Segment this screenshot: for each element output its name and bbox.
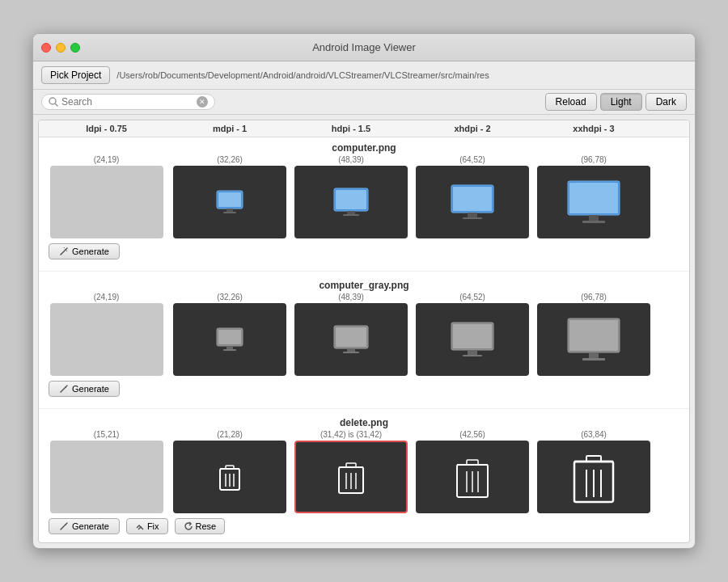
image-box-computer-xxhdpi[interactable] <box>537 166 650 238</box>
pick-project-button[interactable]: Pick Project <box>41 66 110 84</box>
image-box-computer-mdpi[interactable] <box>173 166 286 238</box>
window-title: Android Image Viewer <box>312 41 416 53</box>
image-box-cgray-hdpi[interactable] <box>294 303 408 376</box>
coords: (15,21) <box>94 430 120 439</box>
svg-rect-29 <box>343 352 359 353</box>
trash-icon <box>337 459 365 495</box>
generate-row-delete: Generate Fix Rese <box>44 515 684 541</box>
trash-icon <box>455 455 489 499</box>
col-header-mdpi: mdpi - 1 <box>169 124 290 133</box>
generate-button-cgray[interactable]: Generate <box>49 381 120 397</box>
coords: (48,39) <box>338 293 364 302</box>
svg-rect-9 <box>343 214 359 216</box>
search-icon <box>49 97 58 107</box>
svg-line-18 <box>61 250 66 255</box>
minimize-button[interactable] <box>56 43 66 53</box>
svg-rect-25 <box>223 349 236 351</box>
svg-line-39 <box>66 386 67 387</box>
monitor-icon <box>566 179 621 225</box>
coords: (64,52) <box>459 293 485 302</box>
coords: (32,26) <box>217 155 243 164</box>
svg-rect-28 <box>347 348 355 352</box>
coords: (24,19) <box>94 155 120 164</box>
image-box-cgray-mdpi[interactable] <box>173 303 286 376</box>
coords: (42,56) <box>459 430 485 439</box>
image-box-cgray-xhdpi[interactable] <box>416 303 529 376</box>
svg-line-20 <box>66 251 67 251</box>
image-box-delete-hdpi[interactable] <box>294 441 408 513</box>
image-box-delete-mdpi[interactable] <box>173 441 286 513</box>
svg-rect-37 <box>582 358 605 361</box>
dark-button[interactable]: Dark <box>645 93 687 111</box>
svg-rect-33 <box>463 355 482 356</box>
trash-icon <box>573 450 615 504</box>
svg-rect-11 <box>453 187 492 211</box>
svg-rect-32 <box>468 350 477 355</box>
svg-rect-42 <box>226 466 234 469</box>
image-box-cgray-xxhdpi[interactable] <box>537 303 650 376</box>
content-area: ldpi - 0.75 mdpi - 1 hdpi - 1.5 xhdpi - … <box>38 120 690 543</box>
generate-row-computer: Generate <box>44 240 684 266</box>
image-cell: (32,26) <box>169 155 290 238</box>
image-box-computer-ldpi[interactable] <box>50 166 163 238</box>
search-clear-button[interactable]: ✕ <box>197 96 208 108</box>
image-box-delete-xhdpi[interactable] <box>416 441 529 513</box>
svg-line-1 <box>55 103 57 106</box>
svg-rect-8 <box>347 211 355 214</box>
svg-rect-36 <box>589 352 599 358</box>
svg-rect-23 <box>218 330 241 344</box>
group-computer-gray: computer_gray.png (24,19) (32,26) <box>39 275 689 405</box>
svg-rect-5 <box>223 212 236 213</box>
search-toolbar: ✕ Reload Light Dark <box>33 90 695 115</box>
image-cell: (96,78) <box>533 293 654 376</box>
wand-icon <box>59 247 69 256</box>
image-box-delete-ldpi[interactable] <box>50 441 163 513</box>
image-box-delete-xxhdpi[interactable] <box>537 441 650 513</box>
image-box-computer-hdpi[interactable] <box>294 166 408 238</box>
svg-rect-15 <box>569 183 618 213</box>
image-cell: (64,52) <box>412 293 533 376</box>
image-box-computer-xhdpi[interactable] <box>416 166 529 238</box>
image-cell: (32,26) <box>169 293 290 376</box>
monitor-icon <box>332 187 370 217</box>
reset-button[interactable]: Rese <box>175 518 226 534</box>
generate-button-delete[interactable]: Generate <box>49 518 120 534</box>
image-cell: (15,21) <box>44 430 169 513</box>
fix-icon <box>135 521 145 531</box>
reset-icon <box>184 521 193 531</box>
monitor-gray-icon <box>332 324 370 355</box>
svg-rect-3 <box>218 192 241 207</box>
monitor-gray-icon <box>566 317 621 362</box>
coords: (96,78) <box>581 293 607 302</box>
svg-rect-17 <box>582 221 605 223</box>
wand-icon <box>59 521 69 531</box>
generate-button-computer[interactable]: Generate <box>49 243 120 259</box>
monitor-gray-icon <box>450 321 495 358</box>
toolbar-path: Pick Project /Users/rob/Documents/Develo… <box>33 61 695 90</box>
monitor-gray-icon <box>215 327 244 352</box>
coords: (32,26) <box>217 293 243 302</box>
generate-row-cgray: Generate <box>44 377 684 403</box>
image-cell: (24,19) <box>44 155 169 238</box>
svg-line-38 <box>61 387 66 392</box>
reload-button[interactable]: Reload <box>545 93 597 111</box>
light-button[interactable]: Light <box>600 93 642 111</box>
maximize-button[interactable] <box>70 43 80 53</box>
svg-rect-4 <box>226 209 233 212</box>
group-delete: delete.png (15,21) (21,28) <box>39 412 689 542</box>
svg-rect-27 <box>336 327 366 347</box>
col-header-xxhdpi: xxhdpi - 3 <box>533 124 654 133</box>
group-computer: computer.png (24,19) (32,26) <box>39 137 689 268</box>
wand-icon <box>59 384 69 394</box>
fix-button[interactable]: Fix <box>126 518 168 534</box>
image-cell: (63,84) <box>533 430 654 513</box>
image-box-cgray-ldpi[interactable] <box>50 303 163 376</box>
svg-line-21 <box>64 247 65 248</box>
image-cell: (21,28) <box>169 430 290 513</box>
main-window: Android Image Viewer Pick Project /Users… <box>32 33 696 549</box>
svg-rect-12 <box>468 213 477 217</box>
close-button[interactable] <box>41 43 51 53</box>
coords: (21,28) <box>217 430 243 439</box>
search-input[interactable] <box>61 96 197 108</box>
svg-rect-13 <box>463 217 482 219</box>
